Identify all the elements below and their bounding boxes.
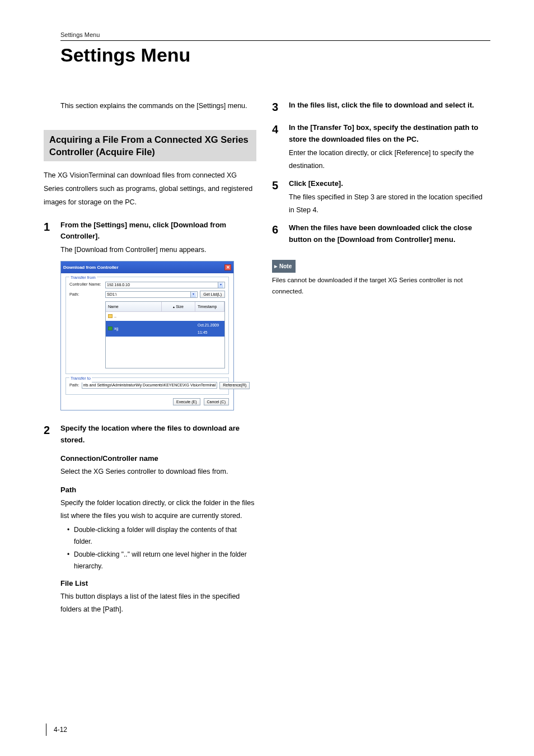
page-number: 4-12 bbox=[54, 726, 67, 734]
path-bullets: Double-clicking a folder will display th… bbox=[67, 524, 256, 572]
dialog-titlebar: Download from Controller ✕ bbox=[61, 262, 233, 273]
chevron-down-icon[interactable]: ▾ bbox=[190, 292, 196, 297]
controller-value: 192.168.0.10 bbox=[107, 281, 130, 288]
step-6-heading: When the files have been downloaded clic… bbox=[289, 222, 485, 246]
page-title: Settings Menu bbox=[60, 44, 490, 66]
step-5-heading: Click [Execute]. bbox=[289, 178, 485, 190]
step-2-heading: Specify the location where the files to … bbox=[60, 423, 256, 446]
file-row-xg[interactable]: xg Oct.21.2009 11:45 bbox=[106, 321, 224, 337]
step-6: 6 When the files have been downloaded cl… bbox=[272, 222, 485, 247]
transfer-from-legend: Transfer from bbox=[69, 274, 97, 282]
execute-button[interactable]: Execute (E) bbox=[173, 398, 200, 405]
reference-button[interactable]: Reference(R) bbox=[219, 382, 250, 389]
step-number: 2 bbox=[44, 423, 60, 437]
header-rule bbox=[60, 40, 490, 41]
controller-dropdown[interactable]: 192.168.0.10 ▾ bbox=[105, 282, 225, 288]
step-number: 5 bbox=[272, 178, 289, 193]
path-heading: Path bbox=[60, 483, 256, 497]
section-heading: Acquiring a File From a Connected XG Ser… bbox=[44, 130, 256, 162]
get-list-button[interactable]: Get List(L) bbox=[200, 291, 225, 298]
path-dropdown[interactable]: SD1:\ ▾ bbox=[105, 291, 198, 298]
file-list[interactable]: Name ▴Size Timestamp .. xg bbox=[105, 301, 225, 368]
filelist-text: This button displays a list of the lates… bbox=[60, 590, 256, 616]
bullet-item: Double-clicking a folder will display th… bbox=[67, 524, 256, 548]
step-number: 1 bbox=[44, 220, 60, 234]
path-text: Specify the folder location directly, or… bbox=[60, 497, 256, 522]
step-1: 1 From the [Settings] menu, click [Downl… bbox=[44, 220, 256, 257]
path-label: Path: bbox=[69, 291, 103, 298]
footer-rule bbox=[46, 724, 46, 736]
transfer-to-legend: Transfer to bbox=[69, 375, 92, 382]
transfer-to-group: Transfer to Path: nts and Settings\Admin… bbox=[65, 377, 229, 395]
filelist-heading: File List bbox=[60, 577, 256, 591]
left-column: This section explains the commands on th… bbox=[44, 100, 256, 622]
breadcrumb: Settings Menu bbox=[60, 31, 490, 38]
file-list-header: Name ▴Size Timestamp bbox=[106, 302, 224, 312]
col-timestamp[interactable]: Timestamp bbox=[195, 302, 224, 311]
section-description: The XG VisionTerminal can download files… bbox=[44, 169, 256, 209]
step-number: 4 bbox=[272, 122, 289, 137]
step-number: 3 bbox=[272, 100, 289, 114]
connection-text: Select the XG Series controller to downl… bbox=[60, 465, 256, 478]
transfer-from-group: Transfer from Controller Name: 192.168.0… bbox=[65, 277, 229, 374]
step-3: 3 In the files list, click the file to d… bbox=[272, 100, 485, 114]
step-1-heading: From the [Settings] menu, click [Downloa… bbox=[60, 220, 256, 243]
chevron-down-icon[interactable]: ▾ bbox=[218, 282, 223, 288]
col-size[interactable]: ▴Size bbox=[162, 302, 195, 311]
step-3-heading: In the files list, click the file to dow… bbox=[289, 100, 485, 111]
path-value: SD1:\ bbox=[107, 291, 117, 298]
step-4: 4 In the [Transfer To] box, specify the … bbox=[272, 122, 485, 172]
step-number: 6 bbox=[272, 222, 289, 237]
right-column: 3 In the files list, click the file to d… bbox=[272, 100, 485, 622]
step-4-heading: In the [Transfer To] box, specify the de… bbox=[289, 122, 485, 146]
path-to-input[interactable]: nts and Settings\Administrator\My Docume… bbox=[82, 382, 218, 389]
download-dialog: Download from Controller ✕ Transfer from… bbox=[60, 261, 234, 410]
content-columns: This section explains the commands on th… bbox=[44, 100, 490, 622]
step-4-text: Enter the location directly, or click [R… bbox=[289, 147, 485, 172]
note-badge: Note bbox=[272, 260, 296, 273]
close-icon[interactable]: ✕ bbox=[224, 264, 231, 270]
step-5: 5 Click [Execute]. The files specified i… bbox=[272, 178, 485, 217]
dialog-title-text: Download from Controller bbox=[63, 263, 119, 272]
folder-icon bbox=[108, 314, 113, 318]
note-text: Files cannot be downloaded if the target… bbox=[272, 275, 485, 297]
file-row-up[interactable]: .. bbox=[106, 312, 224, 320]
intro-text: This section explains the commands on th… bbox=[60, 100, 256, 113]
step-1-text: The [Download from Controller] menu appe… bbox=[60, 244, 256, 256]
col-name[interactable]: Name bbox=[106, 302, 162, 311]
step-2: 2 Specify the location where the files t… bbox=[44, 423, 256, 447]
connection-heading: Connection/Controller name bbox=[60, 452, 256, 466]
bullet-item: Double-clicking ".." will return one lev… bbox=[67, 549, 256, 572]
step-5-text: The files specified in Step 3 are stored… bbox=[289, 191, 485, 217]
folder-icon bbox=[108, 326, 113, 330]
cancel-button[interactable]: Cancel (C) bbox=[204, 398, 229, 405]
